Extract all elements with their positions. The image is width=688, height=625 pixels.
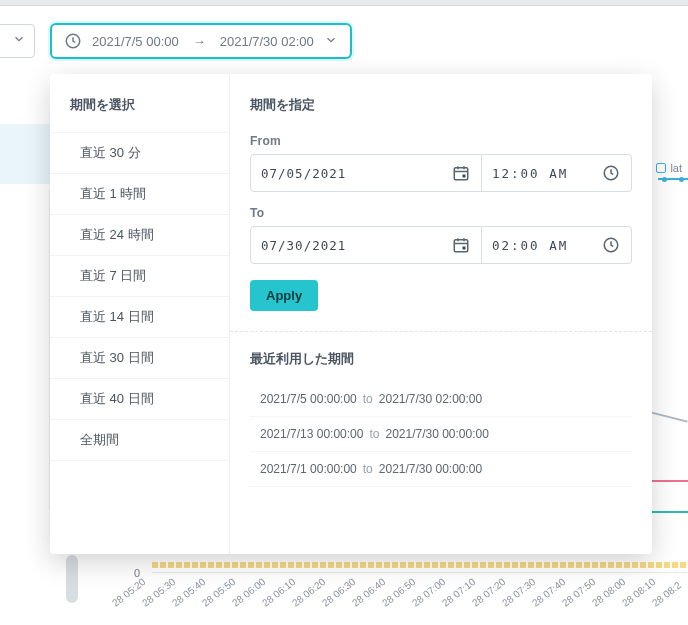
x-tick: 28 07:40: [530, 576, 567, 609]
recent-from: 2021/7/5 00:00:00: [260, 392, 357, 406]
recent-to-word: to: [363, 392, 373, 406]
x-tick: 28 06:50: [380, 576, 417, 609]
bg-panel-edge: [0, 190, 50, 510]
to-date-input[interactable]: 07/30/2021: [250, 226, 482, 264]
preset-item[interactable]: 直近 40 日間: [50, 378, 229, 419]
x-tick: 28 08:00: [590, 576, 627, 609]
to-label: To: [250, 206, 632, 220]
recent-title: 最近利用した期間: [250, 350, 632, 368]
svg-rect-11: [463, 247, 466, 250]
recent-from: 2021/7/13 00:00:00: [260, 427, 363, 441]
chart-line-pink: [648, 480, 688, 482]
from-row: 07/05/2021 12:00 AM: [250, 154, 632, 192]
x-tick: 28 06:40: [350, 576, 387, 609]
chevron-down-icon: [12, 32, 26, 50]
x-tick: 28 06:20: [290, 576, 327, 609]
range-to-text: 2021/7/30 02:00: [220, 34, 314, 49]
x-tick: 28 05:40: [170, 576, 207, 609]
preset-list: 直近 30 分直近 1 時間直近 24 時間直近 7 日間直近 14 日間直近 …: [50, 132, 229, 461]
preset-item[interactable]: 全期間: [50, 419, 229, 461]
recent-panel: 最近利用した期間 2021/7/5 00:00:00to2021/7/30 02…: [230, 331, 652, 487]
chart-axis-line: [152, 572, 688, 573]
svg-rect-7: [454, 240, 468, 252]
from-date-input[interactable]: 07/05/2021: [250, 154, 482, 192]
calendar-icon: [451, 163, 471, 183]
legend-swatch: [656, 163, 666, 173]
bg-scrollbar-thumb[interactable]: [66, 555, 78, 603]
x-tick: 28 07:50: [560, 576, 597, 609]
x-axis-ticks: 28 05:2028 05:3028 05:4028 05:5028 06:00…: [110, 582, 688, 622]
recent-list: 2021/7/5 00:00:00to2021/7/30 02:00:00202…: [250, 382, 632, 487]
from-label: From: [250, 134, 632, 148]
chart-line-teal: [648, 511, 688, 513]
date-range-popover: 期間を選択 直近 30 分直近 1 時間直近 24 時間直近 7 日間直近 14…: [50, 74, 652, 554]
recent-item[interactable]: 2021/7/13 00:00:00to2021/7/30 00:00:00: [250, 417, 632, 452]
recent-item[interactable]: 2021/7/1 00:00:00to2021/7/30 00:00:00: [250, 452, 632, 487]
top-strip: [0, 0, 688, 6]
to-row: 07/30/2021 02:00 AM: [250, 226, 632, 264]
calendar-icon: [451, 235, 471, 255]
x-tick: 28 05:30: [140, 576, 177, 609]
legend-fragment: lat: [656, 162, 682, 174]
recent-to: 2021/7/30 00:00:00: [379, 462, 482, 476]
preset-panel: 期間を選択 直近 30 分直近 1 時間直近 24 時間直近 7 日間直近 14…: [50, 74, 230, 554]
recent-from: 2021/7/1 00:00:00: [260, 462, 357, 476]
svg-rect-1: [454, 168, 468, 180]
x-tick: 28 07:30: [500, 576, 537, 609]
preset-item[interactable]: 直近 24 時間: [50, 214, 229, 255]
recent-item[interactable]: 2021/7/5 00:00:00to2021/7/30 02:00:00: [250, 382, 632, 417]
svg-rect-5: [463, 175, 466, 178]
legend-line-sample: [658, 178, 688, 180]
x-tick: 28 06:00: [230, 576, 267, 609]
arrow-right-icon: →: [193, 34, 206, 49]
preset-item[interactable]: 直近 30 分: [50, 132, 229, 173]
x-tick: 28 08:10: [620, 576, 657, 609]
chart-line-grey: [650, 411, 687, 422]
recent-to-word: to: [369, 427, 379, 441]
preset-title: 期間を選択: [50, 96, 229, 132]
custom-panel: 期間を指定 From 07/05/2021 12:00 AM To 07/30/…: [230, 74, 652, 554]
range-from-text: 2021/7/5 00:00: [92, 34, 179, 49]
adjacent-dropdown[interactable]: [0, 24, 35, 58]
preset-item[interactable]: 直近 30 日間: [50, 337, 229, 378]
x-tick: 28 07:20: [470, 576, 507, 609]
from-time-input[interactable]: 12:00 AM: [482, 154, 632, 192]
recent-to: 2021/7/30 02:00:00: [379, 392, 482, 406]
to-time-value: 02:00 AM: [492, 238, 568, 253]
apply-button[interactable]: Apply: [250, 280, 318, 311]
recent-to: 2021/7/30 00:00:00: [385, 427, 488, 441]
x-tick: 28 06:10: [260, 576, 297, 609]
clock-icon: [601, 163, 621, 183]
preset-item[interactable]: 直近 1 時間: [50, 173, 229, 214]
custom-title: 期間を指定: [250, 96, 632, 114]
bg-highlight: [0, 124, 50, 184]
preset-item[interactable]: 直近 14 日間: [50, 296, 229, 337]
legend-label: lat: [670, 162, 682, 174]
recent-to-word: to: [363, 462, 373, 476]
chart-series-yellow: [152, 562, 688, 568]
x-tick: 28 07:10: [440, 576, 477, 609]
date-range-button[interactable]: 2021/7/5 00:00 → 2021/7/30 02:00: [50, 23, 352, 59]
to-date-value: 07/30/2021: [261, 238, 346, 253]
x-tick: 28 05:20: [110, 576, 147, 609]
clock-icon: [64, 32, 82, 50]
x-tick: 28 05:50: [200, 576, 237, 609]
from-time-value: 12:00 AM: [492, 166, 568, 181]
x-tick: 28 06:30: [320, 576, 357, 609]
from-date-value: 07/05/2021: [261, 166, 346, 181]
to-time-input[interactable]: 02:00 AM: [482, 226, 632, 264]
chevron-down-icon: [324, 33, 338, 50]
x-tick: 28 07:00: [410, 576, 447, 609]
clock-icon: [601, 235, 621, 255]
preset-item[interactable]: 直近 7 日間: [50, 255, 229, 296]
